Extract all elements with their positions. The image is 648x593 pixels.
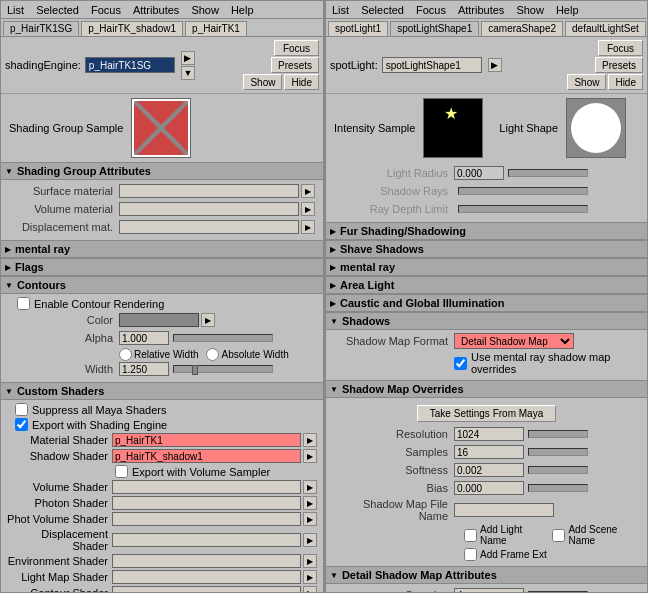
right-menu-attributes[interactable]: Attributes (455, 3, 507, 17)
focus-button[interactable]: Focus (274, 40, 319, 56)
alpha-input[interactable] (119, 331, 169, 345)
surface-material-arrow[interactable]: ▶ (301, 184, 315, 198)
color-swatch[interactable] (119, 313, 199, 327)
shading-group-attrs-header[interactable]: ▼ Shading Group Attributes (1, 162, 323, 180)
mental-ray-header[interactable]: ▶ mental ray (1, 240, 323, 258)
right-menu-show[interactable]: Show (513, 3, 547, 17)
use-mental-ray-checkbox[interactable] (454, 357, 467, 370)
fur-shading-header[interactable]: ▶ Fur Shading/Shadowing (326, 222, 647, 240)
environment-shader-arrow[interactable]: ▶ (303, 554, 317, 568)
color-arrow[interactable]: ▶ (201, 313, 215, 327)
left-menu-list[interactable]: List (4, 3, 27, 17)
detail-samples-input[interactable] (454, 588, 524, 592)
right-focus-button[interactable]: Focus (598, 40, 643, 56)
shadow-map-file-input[interactable] (454, 503, 554, 517)
add-frame-ext-checkbox[interactable] (464, 548, 477, 561)
spotlight-arrow-btn[interactable]: ▶ (488, 58, 502, 72)
right-tab-2[interactable]: cameraShape2 (481, 21, 563, 36)
show-button[interactable]: Show (243, 74, 282, 90)
samples-input[interactable] (454, 445, 524, 459)
photon-shader-input[interactable] (112, 496, 301, 510)
softness-input[interactable] (454, 463, 524, 477)
right-tab-1[interactable]: spotLightShape1 (390, 21, 479, 36)
width-input[interactable] (119, 362, 169, 376)
right-show-button[interactable]: Show (567, 74, 606, 90)
material-shader-input[interactable] (112, 433, 301, 447)
light-radius-slider[interactable] (508, 169, 588, 177)
right-presets-button[interactable]: Presets (595, 57, 643, 73)
relative-width-radio[interactable]: Relative Width (119, 348, 198, 361)
resolution-input[interactable] (454, 427, 524, 441)
left-tab-0[interactable]: p_HairTK1SG (3, 21, 79, 36)
right-menu-help[interactable]: Help (553, 3, 582, 17)
right-tab-3[interactable]: defaultLightSet (565, 21, 646, 36)
export-volume-checkbox[interactable] (115, 465, 128, 478)
presets-button[interactable]: Presets (271, 57, 319, 73)
absolute-width-radio-input[interactable] (206, 348, 219, 361)
right-scroll-panel[interactable]: Light Radius Shadow Rays Ray Depth Limit… (326, 162, 647, 592)
left-tab-1[interactable]: p_HairTK_shadow1 (81, 21, 183, 36)
light-map-arrow[interactable]: ▶ (303, 570, 317, 584)
softness-slider[interactable] (528, 466, 588, 474)
displacement-mat-arrow[interactable]: ▶ (301, 220, 315, 234)
hide-button[interactable]: Hide (284, 74, 319, 90)
right-mental-ray-header[interactable]: ▶ mental ray (326, 258, 647, 276)
shadows-header[interactable]: ▼ Shadows (326, 312, 647, 330)
shadow-rays-slider[interactable] (458, 187, 588, 195)
add-scene-name-checkbox[interactable] (552, 529, 565, 542)
displacement-shader-arrow[interactable]: ▶ (303, 533, 317, 547)
area-light-header[interactable]: ▶ Area Light (326, 276, 647, 294)
alpha-slider[interactable] (173, 334, 273, 342)
samples-slider[interactable] (528, 448, 588, 456)
left-scroll-panel[interactable]: ▼ Shading Group Attributes Surface mater… (1, 162, 323, 592)
volume-material-arrow[interactable]: ▶ (301, 202, 315, 216)
volume-shader-arrow[interactable]: ▶ (303, 480, 317, 494)
right-tab-0[interactable]: spotLight1 (328, 21, 388, 36)
light-radius-input[interactable] (454, 166, 504, 180)
contour-shader-arrow[interactable]: ▶ (303, 586, 317, 592)
bias-input[interactable] (454, 481, 524, 495)
spotlight-input[interactable] (382, 57, 482, 73)
displacement-shader-input[interactable] (112, 533, 301, 547)
right-menu-focus[interactable]: Focus (413, 3, 449, 17)
left-tab-2[interactable]: p_HairTK1 (185, 21, 247, 36)
shading-engine-input[interactable] (85, 57, 175, 73)
material-shader-arrow[interactable]: ▶ (303, 433, 317, 447)
shadow-shader-input[interactable] (112, 449, 301, 463)
left-menu-show[interactable]: Show (188, 3, 222, 17)
shading-engine-arrow-btn[interactable]: ▶ (181, 51, 195, 65)
right-menu-selected[interactable]: Selected (358, 3, 407, 17)
detail-samples-slider[interactable] (528, 591, 588, 592)
shading-engine-down-btn[interactable]: ▼ (181, 66, 195, 80)
detail-shadow-header[interactable]: ▼ Detail Shadow Map Attributes (326, 566, 647, 584)
shadow-map-overrides-header[interactable]: ▼ Shadow Map Overrides (326, 380, 647, 398)
enable-contour-checkbox[interactable] (17, 297, 30, 310)
bias-slider[interactable] (528, 484, 588, 492)
surface-material-input[interactable] (119, 184, 299, 198)
left-menu-focus[interactable]: Focus (88, 3, 124, 17)
caustic-header[interactable]: ▶ Caustic and Global Illumination (326, 294, 647, 312)
left-menu-attributes[interactable]: Attributes (130, 3, 182, 17)
contour-shader-input[interactable] (112, 586, 301, 592)
shave-shadows-header[interactable]: ▶ Shave Shadows (326, 240, 647, 258)
take-settings-button[interactable]: Take Settings From Maya (417, 405, 556, 422)
relative-width-radio-input[interactable] (119, 348, 132, 361)
ray-depth-slider[interactable] (458, 205, 588, 213)
volume-shader-input[interactable] (112, 480, 301, 494)
custom-shaders-header[interactable]: ▼ Custom Shaders (1, 382, 323, 400)
right-menu-list[interactable]: List (329, 3, 352, 17)
right-hide-button[interactable]: Hide (608, 74, 643, 90)
shadow-shader-arrow[interactable]: ▶ (303, 449, 317, 463)
width-slider[interactable] (173, 365, 273, 373)
light-map-input[interactable] (112, 570, 301, 584)
phot-volume-arrow[interactable]: ▶ (303, 512, 317, 526)
left-menu-selected[interactable]: Selected (33, 3, 82, 17)
phot-volume-input[interactable] (112, 512, 301, 526)
shadow-map-format-select[interactable]: Detail Shadow Map (454, 333, 574, 349)
environment-shader-input[interactable] (112, 554, 301, 568)
add-light-name-checkbox[interactable] (464, 529, 477, 542)
contours-header[interactable]: ▼ Contours (1, 276, 323, 294)
photon-shader-arrow[interactable]: ▶ (303, 496, 317, 510)
export-checkbox[interactable] (15, 418, 28, 431)
resolution-slider[interactable] (528, 430, 588, 438)
